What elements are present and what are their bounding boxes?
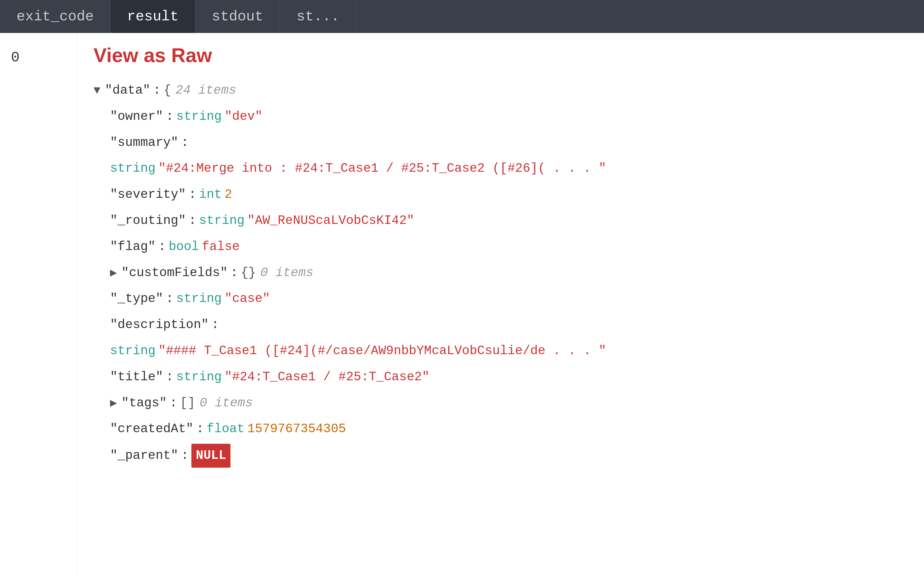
exit-code-column: 0 [0,33,77,577]
json-meta-data: 24 items [176,79,236,102]
content-area: 0 View as Raw ▼ "data" : { 24 items "own… [0,33,924,577]
json-value-description: "#### T_Case1 ([#24](#/case/AW9nbbYMcaLV… [158,340,606,363]
json-line-type: "_type" : string "case" [94,286,908,312]
json-line-owner: "owner" : string "dev" [94,103,908,130]
json-key-data: "data" [105,79,150,102]
json-line-summary-key: "summary" : [94,130,908,156]
json-value-createdat: 1579767354305 [247,417,346,440]
tab-bar: exit_code result stdout st... [0,0,924,33]
view-as-raw-button[interactable]: View as Raw [94,44,908,66]
json-line-createdat: "createdAt" : float 1579767354305 [94,416,908,442]
json-line-desc-key: "description" : [94,312,908,338]
json-value-parent: NULL [191,444,231,467]
collapse-arrow-customfields[interactable]: ▶ [110,263,117,284]
json-line-title: "title" : string "#24:T_Case1 / #25:T_Ca… [94,364,908,390]
json-line-routing: "_routing" : string "AW_ReNUScaLVobCsKI4… [94,208,908,234]
json-value-title: "#24:T_Case1 / #25:T_Case2" [225,366,429,388]
json-open-brace: { [163,79,171,102]
json-line-summary-value: string "#24:Merge into : #24:T_Case1 / #… [94,156,908,182]
json-line-parent: "_parent" : NULL [94,442,908,469]
exit-code-value: 0 [11,50,19,66]
json-meta-tags: 0 items [200,392,253,414]
window: exit_code result stdout st... 0 View as … [0,0,924,577]
collapse-arrow-data[interactable]: ▼ [94,81,100,102]
json-line-tags: ▶ "tags" : [] 0 items [94,390,908,416]
json-value-routing: "AW_ReNUScaLVobCsKI42" [247,210,414,232]
json-line-severity: "severity" : int 2 [94,182,908,208]
json-value-severity: 2 [225,183,232,206]
collapse-arrow-tags[interactable]: ▶ [110,393,117,414]
json-viewer: ▼ "data" : { 24 items "owner" : string "… [94,77,908,469]
result-column: View as Raw ▼ "data" : { 24 items "owner… [77,33,924,577]
tab-result[interactable]: result [111,0,195,33]
tab-st[interactable]: st... [280,0,356,33]
tab-exit-code[interactable]: exit_code [0,0,111,33]
json-value-owner: "dev" [225,105,262,128]
json-value-summary: "#24:Merge into : #24:T_Case1 / #25:T_Ca… [158,157,606,180]
json-line-customfields: ▶ "customFields" : {} 0 items [94,260,908,286]
json-root-line: ▼ "data" : { 24 items [94,77,908,103]
json-line-flag: "flag" : bool false [94,234,908,260]
json-meta-customfields: 0 items [260,261,313,284]
json-value-type: "case" [225,287,270,310]
json-value-flag: false [202,235,240,258]
json-line-desc-value: string "#### T_Case1 ([#24](#/case/AW9nb… [94,338,908,364]
tab-stdout[interactable]: stdout [195,0,280,33]
